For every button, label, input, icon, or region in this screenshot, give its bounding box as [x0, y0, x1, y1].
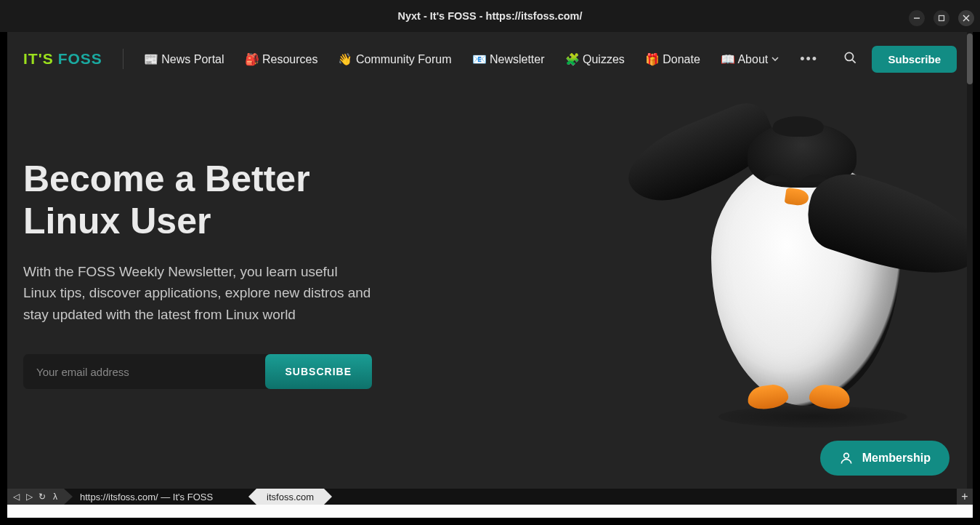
- hero-title: Become a Better Linux User: [23, 159, 416, 242]
- statusbar-arrow: [64, 489, 73, 505]
- membership-button[interactable]: Membership: [820, 441, 949, 476]
- nav-separator: [123, 49, 123, 69]
- hero-description: With the FOSS Weekly Newsletter, you lea…: [23, 261, 372, 325]
- nav-news-portal[interactable]: 📰 News Portal: [144, 52, 224, 66]
- statusbar-tab[interactable]: itsfoss.com: [256, 489, 324, 505]
- page-scrollbar[interactable]: [967, 32, 973, 489]
- svg-point-4: [846, 52, 854, 60]
- window-close-button[interactable]: [958, 10, 974, 26]
- statusbar-new-tab-button[interactable]: +: [957, 489, 973, 505]
- svg-point-6: [843, 453, 849, 458]
- window-title: Nyxt - It's FOSS - https://itsfoss.com/: [397, 10, 582, 22]
- scrollbar-thumb[interactable]: [967, 33, 973, 84]
- window-controls: [909, 10, 974, 26]
- logo-its: IT'S: [23, 50, 54, 68]
- window-maximize-button[interactable]: [934, 10, 949, 26]
- nav-resources[interactable]: 🎒 Resources: [245, 52, 318, 66]
- email-subscribe-button[interactable]: SUBSCRIBE: [265, 354, 372, 389]
- nav-back-button[interactable]: ◁: [10, 492, 22, 502]
- svg-line-5: [853, 60, 856, 63]
- window-minimize-button[interactable]: [909, 10, 925, 26]
- chevron-down-icon: [771, 55, 779, 63]
- logo-foss: FOSS: [58, 50, 102, 68]
- nav-reload-button[interactable]: ↻: [36, 492, 48, 502]
- nav-forward-button[interactable]: ▷: [23, 492, 35, 502]
- person-icon: [839, 451, 854, 465]
- nav-community-forum[interactable]: 👋 Community Forum: [338, 52, 451, 66]
- email-input[interactable]: [23, 354, 268, 389]
- hero-image-penguin: [580, 64, 944, 442]
- membership-label: Membership: [862, 452, 931, 465]
- browser-statusbar: ◁ ▷ ↻ λ https://itsfoss.com/ — It's FOSS…: [7, 489, 973, 505]
- hero-section: Become a Better Linux User With the FOSS…: [7, 86, 973, 389]
- statusbar-url[interactable]: https://itsfoss.com/ — It's FOSS: [73, 492, 220, 502]
- statusbar-tab-label: itsfoss.com: [267, 492, 314, 502]
- window-titlebar: Nyxt - It's FOSS - https://itsfoss.com/: [0, 0, 980, 32]
- hero-left: Become a Better Linux User With the FOSS…: [23, 137, 416, 389]
- svg-rect-1: [939, 16, 944, 21]
- statusbar-controls: ◁ ▷ ↻ λ: [7, 489, 64, 505]
- email-form: SUBSCRIBE: [23, 354, 372, 389]
- site-logo[interactable]: IT'S FOSS: [23, 50, 102, 68]
- minibuffer[interactable]: [7, 505, 973, 518]
- nav-newsletter[interactable]: 📧 Newsletter: [472, 52, 545, 66]
- nav-lambda-button[interactable]: λ: [49, 492, 61, 502]
- page-viewport: IT'S FOSS 📰 News Portal 🎒 Resources 👋 Co…: [7, 32, 973, 489]
